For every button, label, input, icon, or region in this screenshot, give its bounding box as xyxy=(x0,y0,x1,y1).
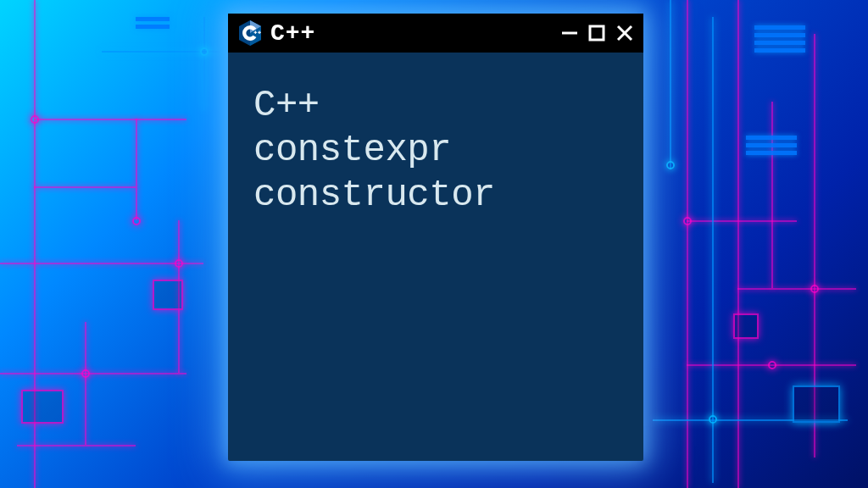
close-button[interactable] xyxy=(615,23,635,43)
titlebar[interactable]: C++ xyxy=(228,14,643,53)
window-title: C++ xyxy=(270,20,560,47)
window-controls xyxy=(560,23,635,43)
window-body: C++ constexpr constructor xyxy=(228,53,643,247)
minimize-button[interactable] xyxy=(560,24,579,42)
maximize-button[interactable] xyxy=(587,24,606,42)
app-window: C++ C++ constexpr constructor xyxy=(228,14,643,461)
svg-rect-6 xyxy=(259,30,259,34)
svg-rect-8 xyxy=(590,26,604,40)
svg-rect-4 xyxy=(255,30,256,34)
cpp-logo-icon xyxy=(236,19,264,47)
body-text: C++ constexpr constructor xyxy=(253,83,618,217)
